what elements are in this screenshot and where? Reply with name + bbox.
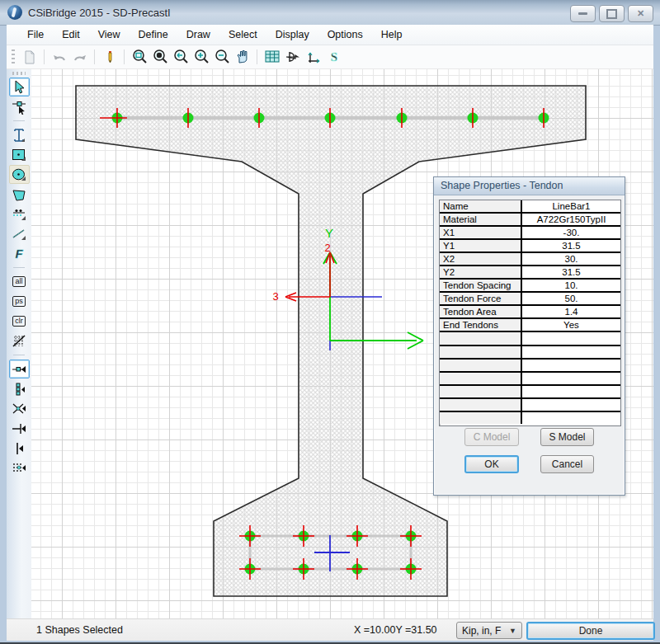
table-row: End TendonsYes [440,319,620,332]
app-icon [7,5,22,20]
menu-edit[interactable]: Edit [53,26,89,43]
pan-icon[interactable] [232,47,252,67]
toggle-hatch-icon[interactable] [9,331,30,350]
done-button[interactable]: Done [526,622,655,640]
redo-icon[interactable] [69,47,90,67]
menu-select[interactable]: Select [219,26,266,43]
draw-polygon-tool[interactable] [9,185,30,204]
draw-flip-tool[interactable]: F [9,244,30,263]
toolbar-grip[interactable] [12,49,15,64]
edit-pencil-icon[interactable] [99,47,120,67]
table-row: X1-30. [440,227,620,240]
show-all-button[interactable]: all [9,272,30,291]
restore-button[interactable] [599,5,625,22]
table-row: Tendon Force50. [440,293,620,306]
snap-point-tool[interactable] [9,360,30,378]
app-window: CSiBridge 2015 - SD-PrecastI ✕ File Edit… [0,0,660,644]
draw-line-tool[interactable] [9,224,30,243]
table-row-empty [440,332,620,346]
zoom-in-icon[interactable] [191,47,211,67]
draw-rebar-line-tool[interactable] [9,204,30,223]
title-bar: CSiBridge 2015 - SD-PrecastI ✕ [0,0,660,26]
snap-midpoint-tool[interactable] [9,379,30,398]
table-row-empty [440,399,620,412]
svg-text:F: F [15,247,23,261]
table-row: Tendon Spacing10. [440,280,620,293]
drawing-canvas[interactable]: Y 2 3 Shape Properties - Tendon NameLine… [31,69,653,618]
axis-label-y: Y [325,226,333,240]
selection-status: 1 Shapes Selected [36,624,123,636]
snap-perpendicular-tool[interactable] [9,419,30,438]
status-bar: 1 Shapes Selected X =10.00Y =31.50 Kip, … [7,618,653,642]
ok-button[interactable]: OK [464,455,519,473]
show-tables-icon[interactable] [262,47,282,67]
menu-file[interactable]: File [18,26,53,43]
menu-define[interactable]: Define [130,26,177,43]
window-frame-bottom [0,641,660,644]
axis-label-3: 3 [272,290,278,303]
close-button[interactable]: ✕ [628,5,653,22]
chevron-down-icon: ▼ [509,627,516,635]
zoom-window-icon[interactable] [129,47,149,67]
table-row: MaterialA722Gr150TypII [440,214,620,227]
minimize-button[interactable] [570,5,596,22]
units-dropdown[interactable]: Kip, in, F ▼ [456,622,522,639]
window-title: CSiBridge 2015 - SD-PrecastI [28,7,171,19]
properties-table: NameLineBar1 MaterialA722Gr150TypII X1-3… [439,200,621,426]
draw-solid-rect-tool[interactable] [9,145,30,164]
table-row: Tendon Area1.4 [440,306,620,319]
axis-label-2: 2 [324,242,330,254]
dialog-title[interactable]: Shape Properties - Tendon [434,177,625,195]
local-axes-icon[interactable] [303,47,323,67]
zoom-previous-icon[interactable] [170,47,191,67]
menu-display[interactable]: Display [266,26,318,43]
svg-text:S: S [330,50,337,63]
undo-icon[interactable] [49,47,69,67]
menu-bar: File Edit View Define Draw Select Displa… [7,25,653,45]
section-view-icon[interactable] [282,47,303,67]
shape-properties-dialog: Shape Properties - Tendon NameLineBar1 M… [433,176,625,496]
table-row-empty [440,386,620,399]
show-ps-button[interactable]: ps [9,292,30,311]
table-row: X230. [440,253,620,266]
snap-grid-tool[interactable] [9,458,30,477]
draw-solid-circle-tool[interactable] [9,165,30,184]
table-row-empty [440,360,620,373]
table-row-empty [440,346,620,360]
menu-options[interactable]: Options [318,26,372,43]
side-toolbar-grip[interactable] [12,72,26,75]
table-row-empty [440,412,620,424]
s-model-button[interactable]: S Model [540,428,594,446]
menu-draw[interactable]: Draw [177,26,219,43]
cancel-button[interactable]: Cancel [540,455,594,473]
new-file-icon[interactable] [19,47,40,67]
reshape-tool[interactable] [9,97,30,116]
table-row: Y231.5 [440,266,620,280]
menu-view[interactable]: View [89,26,130,43]
zoom-out-icon[interactable] [211,47,232,67]
draw-i-section-tool[interactable] [9,125,30,144]
c-model-button: C Model [464,428,519,446]
select-pointer-tool[interactable] [9,78,30,96]
stress-display-icon[interactable]: S [323,47,344,67]
main-toolbar: S [7,45,653,69]
side-toolbar: F all ps clr [7,69,31,618]
snap-intersection-tool[interactable] [9,399,30,418]
cursor-coordinates: X =10.00Y =31.50 [354,624,437,636]
clear-button[interactable]: clr [9,312,30,331]
snap-edge-tool[interactable] [9,439,30,458]
table-row-empty [440,373,620,386]
table-row: NameLineBar1 [440,200,620,214]
menu-help[interactable]: Help [372,26,412,43]
table-row: Y131.5 [440,240,620,253]
zoom-full-icon[interactable] [149,47,170,67]
